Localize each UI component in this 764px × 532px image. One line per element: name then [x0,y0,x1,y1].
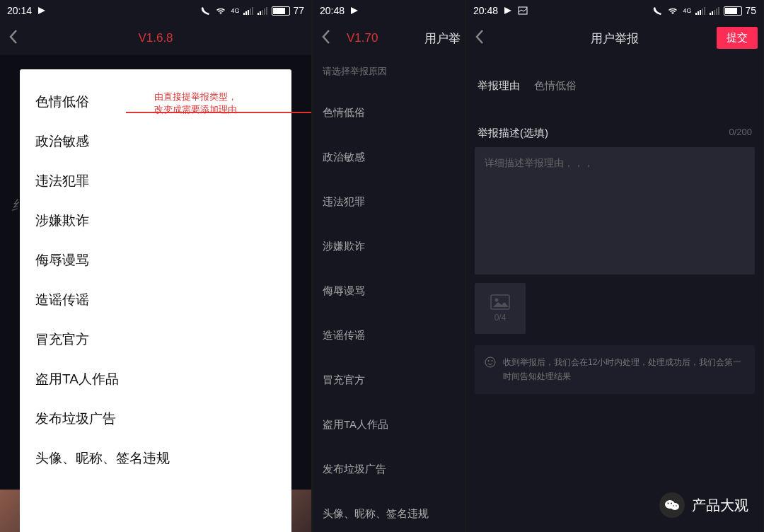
page-title: 用户举报 [591,30,639,47]
network-label: 4G [231,7,239,14]
status-bar: 20:48 [313,0,465,21]
svg-point-31 [676,505,677,507]
list-item[interactable]: 发布垃圾广告 [313,447,465,492]
report-popup: 色情低俗 政治敏感 违法犯罪 涉嫌欺诈 侮辱谩骂 造谣传谣 冒充官方 盗用TA人… [20,69,291,532]
phone-icon [653,6,663,16]
back-icon[interactable] [475,29,485,47]
report-option[interactable]: 发布垃圾广告 [20,399,291,439]
list-item[interactable]: 盗用TA人作品 [313,403,465,447]
annotation-arrow [126,112,311,113]
app-header: V1.6.8 [0,21,311,55]
list-item[interactable]: 造谣传谣 [313,313,465,358]
svg-point-25 [492,360,493,362]
svg-rect-4 [252,7,253,15]
version-label: V1.6.8 [138,31,173,45]
list-item[interactable]: 冒充官方 [313,358,465,403]
svg-rect-12 [698,11,699,15]
svg-rect-17 [712,11,713,15]
list-item[interactable]: 侮辱谩骂 [313,269,465,313]
svg-rect-2 [248,10,249,15]
phone-screen-report-form: 20:48 4G 75 用户举报 提交 举报理由 [466,0,763,532]
reason-list: 色情低俗 政治敏感 违法犯罪 涉嫌欺诈 侮辱谩骂 造谣传谣 冒充官方 盗用TA人… [313,91,465,532]
report-option[interactable]: 冒充官方 [20,320,291,359]
submit-button[interactable]: 提交 [717,27,758,49]
image-upload: 0/4 [475,283,755,334]
image-icon [490,294,510,310]
signal2-icon [257,6,267,15]
svg-point-28 [668,503,669,504]
list-item[interactable]: 色情低俗 [313,91,465,135]
back-icon[interactable] [321,29,331,47]
svg-rect-7 [262,10,263,15]
reason-value: 色情低俗 [534,79,577,93]
svg-rect-5 [257,13,259,15]
note-text: 收到举报后，我们会在12小时内处理，处理成功后，我们会第一时间告知处理结果 [503,355,745,384]
watermark: 产品大观 [659,492,748,518]
svg-point-23 [485,357,495,367]
report-option[interactable]: 政治敏感 [20,122,291,161]
status-bar: 20:48 4G 75 [466,0,763,21]
svg-rect-3 [250,8,251,15]
upload-slot[interactable]: 0/4 [475,283,526,334]
signal-icon [243,6,253,15]
svg-rect-15 [704,7,705,15]
report-option[interactable]: 盗用TA人作品 [20,359,291,399]
section-label: 请选择举报原因 [313,55,465,91]
svg-point-27 [671,503,679,510]
info-note: 收到举报后，我们会在12小时内处理，处理成功后，我们会第一时间告知处理结果 [475,345,755,394]
report-option[interactable]: 涉嫌欺诈 [20,201,291,241]
notification-icon [37,6,46,15]
clock: 20:48 [320,5,345,16]
svg-point-24 [488,360,490,362]
signal-icon [695,6,705,15]
app-header: 用户举报 提交 [466,21,763,55]
back-icon[interactable] [8,29,18,47]
smile-icon [485,357,496,384]
network-label: 4G [683,7,691,14]
desc-label: 举报描述(选填) [478,127,548,140]
list-item[interactable]: 政治敏感 [313,135,465,180]
phone-icon [201,6,211,16]
svg-rect-11 [695,13,697,15]
wechat-icon [659,492,685,518]
svg-point-22 [495,299,499,302]
report-option[interactable]: 头像、昵称、签名违规 [20,439,291,478]
phone-screen-old: 20:14 4G 77 V1.6.8 纟 色情 [0,0,311,532]
upload-count: 0/4 [494,313,507,323]
battery-indicator: 77 [272,5,304,16]
svg-point-29 [671,503,672,504]
svg-point-30 [673,505,674,507]
reason-label: 举报理由 [478,79,520,93]
svg-rect-14 [702,8,703,15]
reason-row[interactable]: 举报理由 色情低俗 [466,69,763,103]
wifi-icon [215,6,226,15]
version-label: V1.70 [347,31,378,45]
list-item[interactable]: 涉嫌欺诈 [313,224,465,269]
report-option[interactable]: 侮辱谩骂 [20,241,291,280]
list-item[interactable]: 头像、昵称、签名违规 [313,492,465,532]
char-count: 0/200 [729,127,752,140]
svg-rect-8 [264,8,265,15]
wifi-icon [667,6,678,15]
clock: 20:48 [473,5,498,16]
watermark-text: 产品大观 [692,496,748,515]
gallery-icon [518,6,528,15]
clock: 20:14 [7,5,32,16]
svg-rect-13 [700,10,701,15]
app-header: V1.70 用户举 [313,21,465,55]
list-item[interactable]: 违法犯罪 [313,180,465,224]
svg-rect-0 [243,13,245,15]
textarea-placeholder: 详细描述举报理由，，， [485,157,594,168]
status-bar: 20:14 4G 77 [0,0,311,21]
description-header: 举报描述(选填) 0/200 [466,117,763,147]
report-option[interactable]: 违法犯罪 [20,161,291,201]
svg-rect-19 [716,8,717,15]
signal2-icon [710,6,719,15]
svg-rect-1 [245,11,247,15]
notification-icon [504,6,512,15]
description-textarea[interactable]: 详细描述举报理由，，， [475,147,755,274]
phone-screen-reason-list: 20:48 V1.70 用户举 请选择举报原因 色情低俗 政治敏感 违法犯罪 涉… [313,0,465,532]
svg-rect-16 [710,13,711,15]
svg-rect-18 [714,10,715,15]
report-option[interactable]: 造谣传谣 [20,280,291,320]
